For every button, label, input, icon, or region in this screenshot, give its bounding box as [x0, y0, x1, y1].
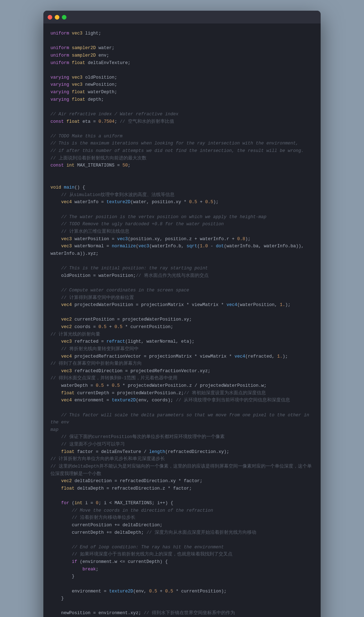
- minimize-button[interactable]: [55, 15, 59, 20]
- code-content: uniform vec3 light; uniform sampler2D wa…: [43, 23, 321, 617]
- titlebar: [43, 11, 321, 23]
- maximize-button[interactable]: [62, 15, 66, 20]
- close-button[interactable]: [48, 15, 52, 20]
- code-window: uniform vec3 light; uniform sampler2D wa…: [43, 11, 321, 617]
